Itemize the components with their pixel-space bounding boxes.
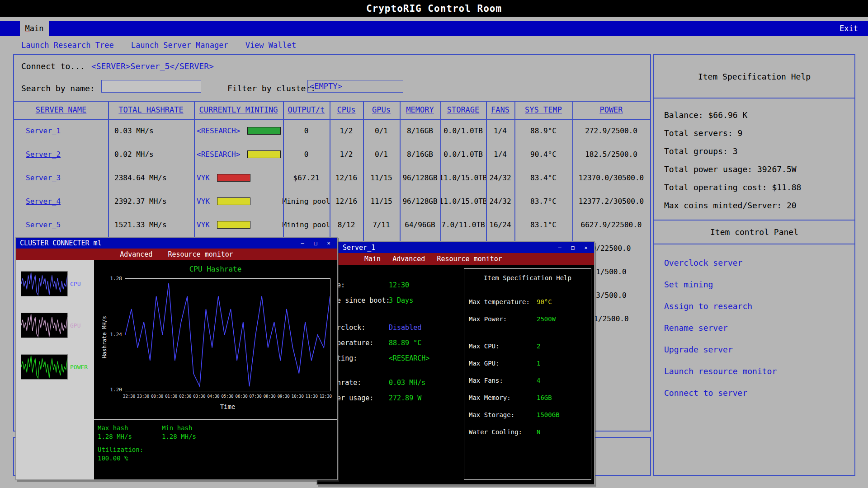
control-action[interactable]: Launch resource monitor [664,360,854,382]
window-menu-bar: MainAdvancedResource monitor [317,253,594,265]
server-status-body: Time: 12:30 Time since boot: 3 Days Over… [317,265,594,484]
maximize-icon[interactable]: □ [311,239,320,247]
hashrate-cell: 2392.37 MH/s [108,189,194,213]
cpu-hashrate-chart: CPU Hashrate Hashrate MH/s 1.281.241.20 … [94,260,337,479]
toolbar-item[interactable]: Launch Research Tree [21,41,114,50]
minting-status-bar [217,174,250,182]
y-tick: 1.28 [100,276,122,282]
menu-item[interactable]: Resource monitor [437,255,502,263]
column-header[interactable]: FANS [486,101,514,119]
connect-target-value[interactable]: <SERVER>Server_5</SERVER> [91,61,214,71]
minimize-icon[interactable]: — [555,244,564,252]
minimize-icon[interactable]: — [298,239,307,247]
x-tick: 06:30 [236,394,248,399]
chart-thumbnail[interactable]: CPU [21,271,94,296]
column-header[interactable]: TOTAL HASHRATE [108,101,194,119]
window-title-bar[interactable]: Server_1 — □ ✕ [317,242,594,253]
status-row: Power usage: 272.89 W [317,390,463,406]
server-link[interactable]: Server_1 [26,127,61,135]
close-icon[interactable]: ✕ [324,239,333,247]
utilization-value: 100.00 % [98,454,143,463]
minting-target[interactable]: VYK [197,221,210,229]
column-header[interactable]: OUTPUT/t [283,101,330,119]
menu-item[interactable]: Resource monitor [168,250,233,258]
hashrate-cell: 0.02 MH/s [108,142,194,166]
column-header[interactable]: CPUs [330,101,363,119]
status-value: 272.89 W [389,394,421,402]
hashrate-cell: 2384.64 MH/s [108,166,194,189]
menu-item[interactable]: Main [364,255,381,263]
cluster-filter-dropdown[interactable]: <EMPTY> [307,80,403,93]
spec-value: 4 [537,377,540,384]
sys-temp-cell: 83.4°C [514,166,572,189]
spec-row: Max CPU: 2 [464,338,591,355]
chart-title: CPU Hashrate [94,265,337,273]
summary-stat: Total servers: 9 [664,124,854,142]
control-action[interactable]: Upgrade server [664,338,854,360]
spec-value: 2 [537,343,540,350]
close-icon[interactable]: ✕ [581,244,590,252]
minting-target[interactable]: VYK [197,174,210,182]
column-header[interactable]: GPUs [363,101,400,119]
server-link[interactable]: Server_5 [26,221,61,229]
spec-label: Max CPU: [469,343,499,350]
control-action[interactable]: Set mining [664,273,854,295]
control-action[interactable]: Assign to research [664,295,854,317]
hashrate-cell: 1521.33 MH/s [108,213,194,236]
exit-button[interactable]: Exit [840,21,868,36]
sparkline-thumbnail [21,271,68,296]
power-cell: 12370.0/30500.0 [572,166,650,189]
toolbar-item[interactable]: View Wallet [245,41,297,50]
x-tick: 07:30 [250,394,262,399]
minting-target[interactable]: <RESEARCH> [197,150,240,159]
minting-target[interactable]: <RESEARCH> [197,127,240,135]
menu-item[interactable]: Advanced [120,250,152,258]
cpus-cell: 12/16 [330,189,363,213]
control-action[interactable]: Overclock server [664,252,854,273]
menu-item[interactable]: Advanced [392,255,425,263]
spec-row: Max Memory: 16GB [464,389,591,406]
tab-main[interactable]: Main [20,21,49,36]
control-action[interactable]: Connect to server [664,382,854,404]
control-action[interactable]: Rename server [664,317,854,338]
fans-cell: 24/32 [486,166,514,189]
spec-value: 1 [537,360,540,367]
maximize-icon[interactable]: □ [568,244,577,252]
summary-stat: Total groups: 3 [664,142,854,160]
minting-status-bar [217,221,250,229]
server-link[interactable]: Server_2 [26,150,61,159]
status-value: 88.89 °C [389,339,421,347]
x-tick: 01:30 [165,394,177,399]
column-header[interactable]: STORAGE [440,101,486,119]
column-header[interactable]: CURRENTLY MINTING [194,101,283,119]
search-input[interactable] [101,80,201,93]
min-hash-label: Min hash [162,424,196,432]
spec-label: Max Storage: [469,411,514,418]
sys-temp-cell: 83.1°C [514,213,572,236]
window-title-bar[interactable]: CLUSTER CONNECTER ml — □ ✕ [16,238,337,249]
minting-cell: VYK [194,166,283,189]
window-controls: — □ ✕ [555,244,590,252]
server-link[interactable]: Server_4 [26,197,61,206]
header-divider [14,119,650,120]
x-tick: 09:30 [278,394,290,399]
min-hash-stat: Min hash 1.28 MH/s [162,424,196,441]
column-header[interactable]: SERVER NAME [14,101,108,119]
server-link[interactable]: Server_3 [26,174,61,182]
y-tick: 1.24 [100,332,122,338]
storage-cell: 11.0/15.0TB [440,189,486,213]
toolbar: Launch Research TreeLaunch Server Manage… [21,36,296,54]
spec-value: 90°C [537,298,552,305]
column-header[interactable]: MEMORY [400,101,440,119]
chart-thumbnail[interactable]: POWER [21,354,94,380]
status-value: Disabled [389,324,421,332]
minting-target[interactable]: VYK [197,197,210,206]
column-header[interactable]: SYS TEMP [514,101,572,119]
spec-label: Water Cooling: [469,428,522,436]
column-header[interactable]: POWER [572,101,650,119]
chart-thumbnail[interactable]: GPU [21,313,94,338]
fans-cell: 1/4 [486,142,514,166]
spec-value: 16GB [537,394,552,401]
item-control-actions: Overclock serverSet miningAssign to rese… [654,244,854,404]
toolbar-item[interactable]: Launch Server Manager [131,41,228,50]
